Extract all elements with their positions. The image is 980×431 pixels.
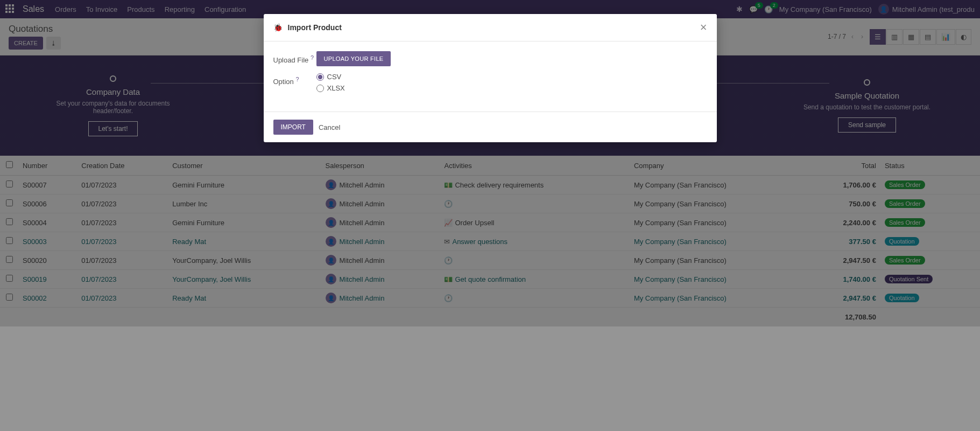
upload-your-file-button[interactable]: UPLOAD YOUR FILE — [316, 51, 391, 66]
option-label: Option ? — [273, 73, 316, 92]
help-icon[interactable]: ? — [295, 76, 299, 82]
close-icon[interactable]: × — [700, 20, 707, 34]
import-button[interactable]: Import — [273, 120, 313, 135]
modal-overlay[interactable]: 🐞 Import Product × Upload File ? UPLOAD … — [0, 0, 980, 326]
bug-icon: 🐞 — [273, 23, 283, 32]
modal-title: Import Product — [288, 23, 700, 32]
option-xlsx-radio[interactable]: XLSX — [316, 84, 345, 92]
help-icon[interactable]: ? — [311, 54, 314, 61]
import-product-modal: 🐞 Import Product × Upload File ? UPLOAD … — [264, 14, 717, 142]
upload-file-label: Upload File ? — [273, 51, 316, 66]
cancel-button[interactable]: Cancel — [319, 120, 340, 135]
option-csv-radio[interactable]: CSV — [316, 73, 345, 81]
